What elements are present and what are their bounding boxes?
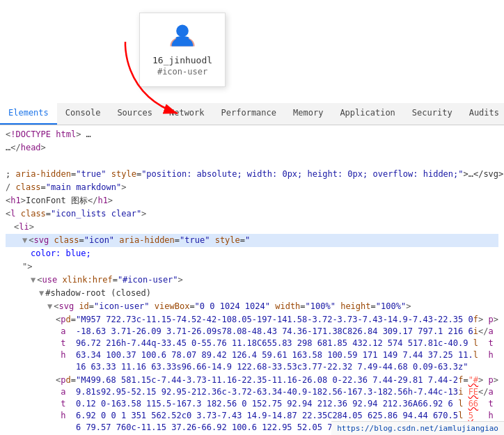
svg-point-1 [175, 36, 189, 40]
code-line-shadow-root: ▼ #shadow-root (closed) [6, 287, 498, 300]
devtools-tabs: Elements Console Sources Network Perform… [0, 103, 504, 125]
code-line-svg-open[interactable]: ▼ <svg class="icon" aria-hidden="true" s… [6, 234, 498, 247]
tab-security[interactable]: Security [404, 102, 461, 125]
tab-network[interactable]: Network [161, 102, 213, 125]
code-line-1: <!DOCTYPE html> … [6, 128, 498, 141]
code-line-use: ▼ <use xlink:href="#icon-user" > [6, 274, 498, 287]
user-icon [167, 20, 198, 51]
tab-sources[interactable]: Sources [109, 102, 161, 125]
tab-elements[interactable]: Elements [0, 102, 57, 125]
code-scroll[interactable]: <!DOCTYPE html> … …</head> ; aria-hidden… [0, 125, 504, 435]
tooltip-username: 16_jinhuodl [152, 55, 212, 65]
code-line-svg-close-bracket: "> [6, 260, 498, 274]
tab-application[interactable]: Application [331, 102, 403, 125]
tooltip-icon-id: #icon-user [152, 67, 212, 77]
tab-audits[interactable]: Audits [461, 102, 504, 125]
code-line-main: / class="main markdown" > [6, 181, 498, 194]
tab-console[interactable]: Console [57, 102, 109, 125]
bottom-link[interactable]: https://blog.csdn.net/iamlujiangiao [337, 424, 498, 433]
code-line-ul: <l class="icon_lists clear" > [6, 207, 498, 221]
tooltip-icon-area [152, 20, 212, 51]
tooltip-popup: 16_jinhuodl #icon-user [139, 13, 226, 87]
tab-memory[interactable]: Memory [285, 102, 331, 125]
tab-performance[interactable]: Performance [213, 102, 285, 125]
code-line-inner-svg: ▼ <svg id="icon-user" viewBox="0 0 1024 … [6, 300, 498, 313]
code-area: <!DOCTYPE html> … …</head> ; aria-hidden… [0, 125, 504, 435]
code-line-svg-hidden: ; aria-hidden="true" style="position: ab… [6, 168, 498, 181]
code-line-head: …</head> [6, 141, 498, 155]
code-line-color: color: blue; [6, 247, 498, 260]
code-line-h1: <h1> IconFont 图标 </h1> [6, 194, 498, 207]
bottom-bar: https://blog.csdn.net/iamlujiangiao [331, 421, 504, 435]
code-line-li: <li> [6, 221, 498, 234]
code-line-path1: <path d="M957 722.73c-11.15-74.52-42-108… [6, 313, 498, 374]
svg-point-0 [176, 25, 189, 38]
code-line-blank1 [6, 155, 498, 168]
